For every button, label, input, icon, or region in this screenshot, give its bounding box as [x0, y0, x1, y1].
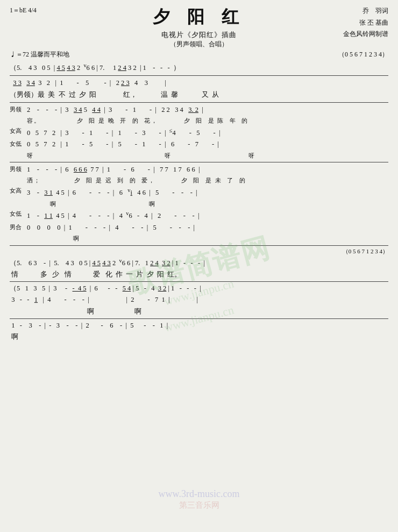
outro-lyric3: 啊	[10, 331, 388, 343]
subtitle2: （男声领唱、合唱）	[74, 40, 324, 49]
divider3	[10, 162, 388, 162]
nvdi-label1: 女低	[10, 139, 27, 150]
manlead-lyric1: 容。 夕 阳 是 晚 开 的 花， 夕 阳 是 陈 年 的	[10, 116, 388, 126]
lyricist: 乔 羽词	[324, 5, 388, 17]
multi-voice-section2: 男领 1 - - - | 6 6 6 6 7 7 | 1 - 6 - | 7 7…	[10, 164, 388, 243]
nvgao-label2: 女高	[10, 186, 27, 198]
composer: 张 丕 基曲	[324, 17, 388, 29]
main-title: 夕 阳 红	[74, 5, 324, 29]
voice-table2: 男领 1 - - - | 6 6 6 6 7 7 | 1 - 6 - | 7 7…	[10, 164, 388, 243]
verse1-notes: 3 3 3 4 3 2 | 1 - 5 - | 2 2 3 4 3 |	[10, 77, 388, 89]
header-right: 乔 羽词 张 丕 基曲 金色风铃网制谱	[324, 5, 388, 40]
divider5	[10, 281, 388, 282]
manlead-lyric2: 洒； 夕 阳 是 迟 到 的 爱， 夕 阳 是 未 了 的	[10, 175, 388, 186]
nvgao-lyric-space2	[10, 199, 27, 209]
nanche-lyric-text2: 啊	[27, 233, 388, 244]
multi-voice-section1: 男领 2 - - - | 3 3 4 5 4 4 | 3 - 1 - | 2 2…	[10, 104, 388, 160]
verse1-lyrics: （男领）最 美 不 过 夕 阳 红， 温 馨 又 从	[10, 89, 388, 101]
outro-voice2: 3 - - 1 | 4 - - - | | 2 - 7 1 | |	[10, 294, 388, 306]
manlead-lyric-space1	[10, 116, 27, 126]
divider6	[10, 318, 388, 319]
key-info: 1＝bE 4/4	[10, 5, 74, 16]
voice-table1: 男领 2 - - - | 3 3 4 5 4 4 | 3 - 1 - | 2 2…	[10, 104, 388, 160]
watermark-bottom2: 第三音乐网	[179, 500, 219, 510]
score-content: （5. 4 3 0 5 | 4 5 4 3 2 v6 6 | 7. 1 2 4 …	[10, 61, 388, 343]
manlead-lyric-text1: 容。 夕 阳 是 晚 开 的 花， 夕 阳 是 陈 年 的	[27, 116, 388, 126]
key-tempo-row: ♩＝72 温馨而平和地 （0 5 6 7 1 2 3 4）	[10, 50, 388, 59]
nvdi-lyric-space1	[10, 151, 27, 161]
outro-lyric2: 啊 啊	[10, 306, 388, 317]
nvdi-row2: 女低 1 - 1 1 4 5 | 4 - - - | 4 v6 - 4 | 2 …	[10, 209, 388, 222]
nvdi-label2: 女低	[10, 209, 27, 222]
nvdi-notes1: 0 5 7 2 | 1 - 5 - | 5 - 1 - | 6 - 7 - |	[27, 139, 388, 150]
nvdi-notes2: 1 - 1 1 4 5 | 4 - - - | 4 v6 - 4 | 2 - -…	[27, 209, 388, 222]
tempo-marking: ♩＝72 温馨而平和地	[10, 50, 69, 59]
outro-lyric1: 情 多 少 情 爱 化 作 一 片 夕 阳 红。	[10, 269, 388, 280]
manlead-row2: 男领 1 - - - | 6 6 6 6 7 7 | 1 - 6 - | 7 7…	[10, 164, 388, 175]
manlead-lyric-space2	[10, 175, 27, 186]
page: 歌谱简谱网 www.jianpu.cn www.jianpu.cn www.3r…	[0, 0, 398, 532]
nanche-lyric-space2	[10, 233, 27, 244]
nvgao-label1: 女高	[10, 126, 27, 139]
divider2	[10, 102, 388, 103]
nanche-lyric2: 啊	[10, 233, 388, 244]
manlead-row1: 男领 2 - - - | 3 3 4 5 4 4 | 3 - 1 - | 2 2…	[10, 104, 388, 116]
nvgao-row1: 女高 0 5 7 2 | 3 - 1 - | 1 - 3 - | ≤4 - 5 …	[10, 126, 388, 139]
subtitle: 电视片《夕阳红》插曲	[74, 30, 324, 40]
nanche-row2: 男合 0 0 0 0 | 1 - - - | 4 - - | 5 - - - |	[10, 222, 388, 233]
manlead-label2: 男领	[10, 164, 27, 175]
nanche-label2: 男合	[10, 222, 27, 233]
manlead-notes2: 1 - - - | 6 6 6 6 7 7 | 1 - 6 - | 7 7 1 …	[27, 164, 388, 175]
nvgao-lyric-text2: 啊 啊	[27, 199, 388, 209]
watermark-bottom1: www.3rd-music.com	[159, 488, 240, 500]
sequence-header: （0 5 6 7 1 2 3 4）	[338, 50, 388, 59]
source: 金色风铃网制谱	[324, 29, 388, 40]
header: 1＝bE 4/4 夕 阳 红 电视片《夕阳红》插曲 （男声领唱、合唱） 乔 羽词…	[10, 5, 388, 49]
nanche-notes2: 0 0 0 0 | 1 - - - | 4 - - | 5 - - - |	[27, 222, 388, 233]
repeat-marker: （0 5 6 7 1 2 3 4）	[10, 247, 388, 256]
nvdi-lyric-text1: 呀 呀 呀	[27, 151, 388, 161]
title-block: 夕 阳 红 电视片《夕阳红》插曲 （男声领唱、合唱）	[74, 5, 324, 49]
header-left: 1＝bE 4/4	[10, 5, 74, 16]
outro-voice1: （5 1 3 5 | 3 - - 4 5 | 6 - - 5 4 | 5 - 4…	[10, 283, 388, 294]
manlead-label1: 男领	[10, 104, 27, 116]
nvdi-row1: 女低 0 5 7 2 | 1 - 5 - | 5 - 1 - | 6 - 7 -…	[10, 139, 388, 150]
nvgao-row2: 女高 3 - 3 1 4 5 | 6 - - - | 6 vi 4 6 | 5 …	[10, 186, 388, 198]
intro-line: （5. 4 3 0 5 | 4 5 4 3 2 v6 6 | 7. 1 2 4 …	[10, 61, 388, 74]
nvgao-notes1: 0 5 7 2 | 3 - 1 - | 1 - 3 - | ≤4 - 5 - |	[27, 126, 388, 139]
manlead-lyric-text2: 洒； 夕 阳 是 迟 到 的 爱， 夕 阳 是 未 了 的	[27, 175, 388, 186]
nvgao-notes2: 3 - 3 1 4 5 | 6 - - - | 6 vi 4 6 | 5 - -…	[27, 186, 388, 198]
outro-voice3: 1 - 3 - | - 3 - - | 2 - 6 - | 5 - - 1 |	[10, 320, 388, 331]
nvgao-lyric2: 啊 啊	[10, 199, 388, 209]
divider4	[10, 245, 388, 246]
nvdi-lyric1: 呀 呀 呀	[10, 151, 388, 161]
manlead-notes1: 2 - - - | 3 3 4 5 4 4 | 3 - 1 - | 2 2 3 …	[27, 104, 388, 116]
divider1	[10, 75, 388, 76]
outro-line1: （5. 6 3 - | 5. 4 3 0 5 | 4 5 4 3 2 v6 6 …	[10, 256, 388, 269]
